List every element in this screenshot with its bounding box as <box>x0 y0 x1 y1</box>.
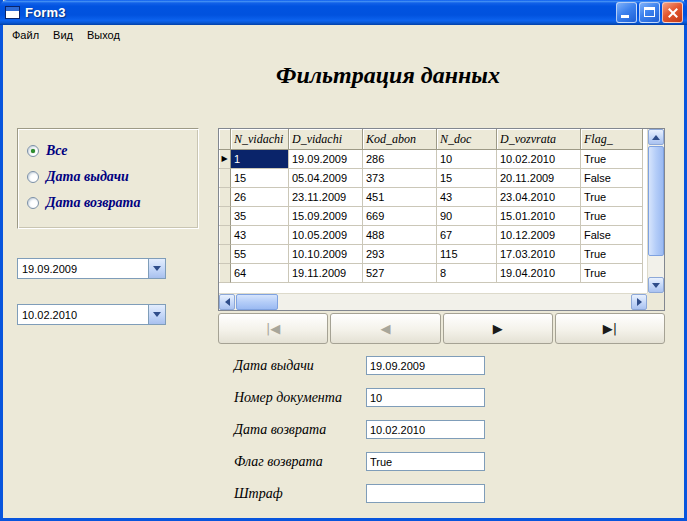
grid-cell[interactable]: True <box>581 264 643 283</box>
grid-cell[interactable]: 1 <box>231 150 289 169</box>
menu-item-файл[interactable]: Файл <box>5 27 46 43</box>
issue-date-combo[interactable]: 19.09.2009 <box>17 258 166 279</box>
grid-row[interactable]: 1505.04.20093731520.11.2009False <box>219 169 647 188</box>
radio-option[interactable]: Все <box>27 142 198 159</box>
menu-item-вид[interactable]: Вид <box>46 27 80 43</box>
title-bar[interactable]: Form3 <box>0 0 687 25</box>
scroll-right-button[interactable] <box>631 294 647 310</box>
grid-column-header[interactable]: N_vidachi <box>231 129 289 150</box>
minimize-button[interactable] <box>616 2 637 23</box>
radio-icon <box>27 171 39 183</box>
minimize-icon <box>621 15 629 18</box>
grid-cell[interactable]: 17.03.2010 <box>497 245 581 264</box>
grid-cell[interactable]: 26 <box>231 188 289 207</box>
grid-cell[interactable]: 05.04.2009 <box>289 169 363 188</box>
detail-field-row: Флаг возврата <box>234 452 514 471</box>
grid-cell[interactable]: 669 <box>363 207 437 226</box>
grid-cell[interactable]: 8 <box>437 264 497 283</box>
grid-content: N_vidachiD_vidachiKod_abonN_docD_vozvrat… <box>219 129 647 293</box>
grid-cell[interactable]: 10.05.2009 <box>289 226 363 245</box>
nav-next-button[interactable]: ▶ <box>443 313 553 344</box>
nav-last-button[interactable]: ▶| <box>555 313 665 344</box>
grid-cell[interactable]: 488 <box>363 226 437 245</box>
nav-prior-button[interactable]: ◀ <box>330 313 440 344</box>
grid-cell[interactable]: 115 <box>437 245 497 264</box>
horizontal-scrollbar[interactable] <box>219 293 647 310</box>
return-date-dropdown-button[interactable] <box>148 305 165 324</box>
detail-field-input[interactable] <box>366 452 485 471</box>
grid-cell[interactable]: 19.11.2009 <box>289 264 363 283</box>
scroll-left-button[interactable] <box>219 294 235 310</box>
grid-cell[interactable]: 10.10.2009 <box>289 245 363 264</box>
scroll-down-button[interactable] <box>648 277 664 293</box>
scroll-up-button[interactable] <box>648 129 664 145</box>
grid-row[interactable]: 4310.05.20094886710.12.2009False <box>219 226 647 245</box>
grid-cell[interactable]: False <box>581 169 643 188</box>
detail-field-input[interactable] <box>366 484 485 503</box>
grid-cell[interactable]: 293 <box>363 245 437 264</box>
grid-cell[interactable]: 23.04.2010 <box>497 188 581 207</box>
grid-column-header[interactable]: N_doc <box>437 129 497 150</box>
grid-cell[interactable]: 10.12.2009 <box>497 226 581 245</box>
grid-cell[interactable]: 67 <box>437 226 497 245</box>
return-date-combo[interactable]: 10.02.2010 <box>17 304 166 325</box>
grid-column-header[interactable]: Flag_ <box>581 129 643 150</box>
horizontal-scroll-thumb[interactable] <box>236 294 278 310</box>
vertical-scrollbar[interactable] <box>647 129 664 293</box>
form-icon <box>5 6 20 19</box>
close-button[interactable] <box>662 2 683 23</box>
grid-row[interactable]: 3515.09.20096699015.01.2010True <box>219 207 647 226</box>
scroll-down-icon <box>652 283 660 288</box>
radio-label: Все <box>46 143 68 159</box>
row-indicator <box>219 264 231 283</box>
grid-cell[interactable]: 10 <box>437 150 497 169</box>
grid-cell[interactable]: False <box>581 226 643 245</box>
grid-cell[interactable]: 373 <box>363 169 437 188</box>
grid-cell[interactable]: 43 <box>437 188 497 207</box>
grid-column-header[interactable]: D_vozvrata <box>497 129 581 150</box>
grid-cell[interactable]: 19.04.2010 <box>497 264 581 283</box>
grid-cell[interactable]: 64 <box>231 264 289 283</box>
detail-field-input[interactable] <box>366 420 485 439</box>
grid-cell[interactable]: 43 <box>231 226 289 245</box>
grid-cell[interactable]: 451 <box>363 188 437 207</box>
row-indicator <box>219 207 231 226</box>
detail-field-input[interactable] <box>366 388 485 407</box>
grid-row[interactable]: 2623.11.20094514323.04.2010True <box>219 188 647 207</box>
grid-cell[interactable]: 15.01.2010 <box>497 207 581 226</box>
detail-field-label: Дата возврата <box>234 422 366 438</box>
grid-cell[interactable]: True <box>581 245 643 264</box>
menu-item-выход[interactable]: Выход <box>80 27 127 43</box>
grid-indicator-header <box>219 129 231 150</box>
nav-first-button[interactable]: |◀ <box>218 313 328 344</box>
grid-cell[interactable]: 20.11.2009 <box>497 169 581 188</box>
grid-cell[interactable]: True <box>581 150 643 169</box>
grid-cell[interactable]: 23.11.2009 <box>289 188 363 207</box>
maximize-button[interactable] <box>639 2 660 23</box>
issue-date-dropdown-button[interactable] <box>148 259 165 278</box>
row-indicator <box>219 188 231 207</box>
vertical-scroll-thumb[interactable] <box>648 146 664 256</box>
grid-cell[interactable]: True <box>581 188 643 207</box>
grid-cell[interactable]: 90 <box>437 207 497 226</box>
detail-field-input[interactable] <box>366 356 485 375</box>
radio-label: Дата выдачи <box>46 169 129 185</box>
grid-cell[interactable]: 10.02.2010 <box>497 150 581 169</box>
radio-option[interactable]: Дата возврата <box>27 194 198 211</box>
grid-cell[interactable]: 35 <box>231 207 289 226</box>
grid-cell[interactable]: 15 <box>231 169 289 188</box>
grid-row[interactable]: ▶119.09.20092861010.02.2010True <box>219 150 647 169</box>
grid-row[interactable]: 6419.11.2009527819.04.2010True <box>219 264 647 283</box>
grid-cell[interactable]: 55 <box>231 245 289 264</box>
window: Form3 ФайлВидВыход Фильтрация данных Все… <box>0 0 687 521</box>
grid-cell[interactable]: 15 <box>437 169 497 188</box>
grid-column-header[interactable]: Kod_abon <box>363 129 437 150</box>
grid-cell[interactable]: 19.09.2009 <box>289 150 363 169</box>
grid-row[interactable]: 5510.10.200929311517.03.2010True <box>219 245 647 264</box>
grid-cell[interactable]: True <box>581 207 643 226</box>
grid-cell[interactable]: 527 <box>363 264 437 283</box>
grid-column-header[interactable]: D_vidachi <box>289 129 363 150</box>
radio-option[interactable]: Дата выдачи <box>27 168 198 185</box>
grid-cell[interactable]: 286 <box>363 150 437 169</box>
grid-cell[interactable]: 15.09.2009 <box>289 207 363 226</box>
